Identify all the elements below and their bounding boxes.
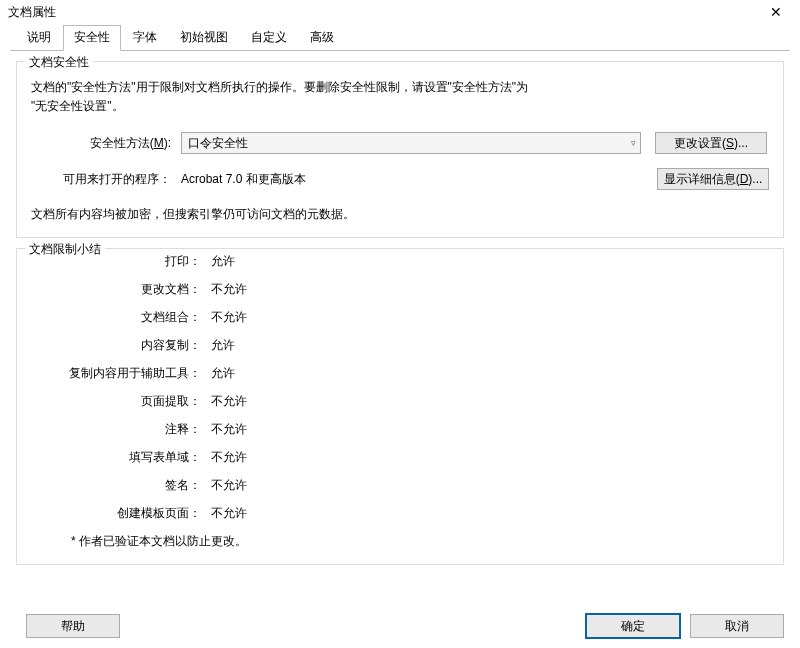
restriction-value: 不允许: [211, 449, 247, 466]
cancel-button[interactable]: 取消: [690, 614, 784, 638]
restriction-label: 注释：: [31, 421, 211, 438]
restriction-row: 注释：不允许: [31, 421, 769, 438]
doc-security-legend: 文档安全性: [25, 54, 93, 71]
ok-button[interactable]: 确定: [586, 614, 680, 638]
doc-security-group: 文档安全性 文档的"安全性方法"用于限制对文档所执行的操作。要删除安全性限制，请…: [16, 61, 784, 238]
security-method-select[interactable]: 口令安全性 ▿: [181, 132, 641, 154]
security-desc-line2: "无安全性设置"。: [31, 99, 124, 113]
change-settings-button[interactable]: 更改设置(S)...: [655, 132, 767, 154]
security-desc-line1: 文档的"安全性方法"用于限制对文档所执行的操作。要删除安全性限制，请设置"安全性…: [31, 80, 528, 94]
restriction-label: 页面提取：: [31, 393, 211, 410]
verify-note: * 作者已验证本文档以防止更改。: [31, 533, 769, 550]
restriction-label: 创建模板页面：: [31, 505, 211, 522]
restriction-row: 内容复制：允许: [31, 337, 769, 354]
restriction-value: 允许: [211, 253, 235, 270]
chevron-down-icon: ▿: [631, 138, 636, 148]
restriction-row: 文档组合：不允许: [31, 309, 769, 326]
restriction-value: 允许: [211, 337, 235, 354]
restriction-row: 填写表单域：不允许: [31, 449, 769, 466]
restriction-row: 页面提取：不允许: [31, 393, 769, 410]
opener-label: 可用来打开的程序：: [31, 171, 181, 188]
window-title: 文档属性: [8, 4, 56, 21]
restriction-row: 复制内容用于辅助工具：允许: [31, 365, 769, 382]
close-icon[interactable]: ✕: [760, 4, 792, 20]
opener-value: Acrobat 7.0 和更高版本: [181, 171, 306, 188]
restriction-value: 不允许: [211, 477, 247, 494]
security-method-label: 安全性方法(M):: [31, 135, 181, 152]
restriction-row: 更改文档：不允许: [31, 281, 769, 298]
content-area: 文档安全性 文档的"安全性方法"用于限制对文档所执行的操作。要删除安全性限制，请…: [0, 51, 800, 579]
restriction-label: 文档组合：: [31, 309, 211, 326]
restrictions-legend: 文档限制小结: [25, 241, 105, 258]
titlebar: 文档属性 ✕: [0, 0, 800, 24]
restriction-value: 不允许: [211, 421, 247, 438]
restriction-label: 内容复制：: [31, 337, 211, 354]
restriction-value: 不允许: [211, 393, 247, 410]
security-method-value: 口令安全性: [188, 135, 248, 152]
security-description: 文档的"安全性方法"用于限制对文档所执行的操作。要删除安全性限制，请设置"安全性…: [31, 78, 769, 116]
restriction-row: 打印：允许: [31, 253, 769, 270]
restriction-row: 创建模板页面：不允许: [31, 505, 769, 522]
tab-description[interactable]: 说明: [16, 25, 62, 51]
opener-row: 可用来打开的程序： Acrobat 7.0 和更高版本 显示详细信息(D)...: [31, 168, 769, 190]
restriction-row: 签名：不允许: [31, 477, 769, 494]
show-details-button[interactable]: 显示详细信息(D)...: [657, 168, 769, 190]
restriction-label: 复制内容用于辅助工具：: [31, 365, 211, 382]
restriction-label: 填写表单域：: [31, 449, 211, 466]
button-bar: 帮助 确定 取消: [0, 614, 800, 638]
restriction-value: 不允许: [211, 309, 247, 326]
restrictions-group: 文档限制小结 打印：允许更改文档：不允许文档组合：不允许内容复制：允许复制内容用…: [16, 248, 784, 565]
restriction-label: 更改文档：: [31, 281, 211, 298]
restriction-value: 允许: [211, 365, 235, 382]
restriction-label: 签名：: [31, 477, 211, 494]
tab-custom[interactable]: 自定义: [240, 25, 298, 51]
restriction-value: 不允许: [211, 505, 247, 522]
tab-security[interactable]: 安全性: [63, 25, 121, 51]
tab-fonts[interactable]: 字体: [122, 25, 168, 51]
encryption-note: 文档所有内容均被加密，但搜索引擎仍可访问文档的元数据。: [31, 206, 769, 223]
tab-advanced[interactable]: 高级: [299, 25, 345, 51]
help-button[interactable]: 帮助: [26, 614, 120, 638]
restriction-value: 不允许: [211, 281, 247, 298]
tab-initial-view[interactable]: 初始视图: [169, 25, 239, 51]
security-method-row: 安全性方法(M): 口令安全性 ▿ 更改设置(S)...: [31, 132, 769, 154]
tabstrip: 说明 安全性 字体 初始视图 自定义 高级: [10, 24, 790, 51]
